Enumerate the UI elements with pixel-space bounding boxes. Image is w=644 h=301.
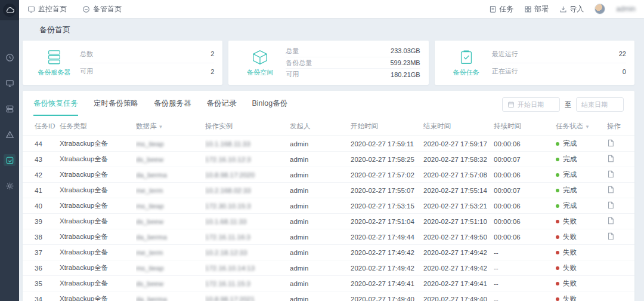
cell-instance: 172.30.10.15:3 [205, 198, 290, 214]
database-name-redacted: ms_tieap [136, 265, 164, 272]
panel-tab-0[interactable]: 备份恢复任务 [33, 99, 78, 116]
cell-end-time: 2020-02-27 17:49:50 [423, 229, 494, 245]
top-tab-backup-mgmt-home[interactable]: 备管首页 [82, 4, 122, 14]
panel-tab-2[interactable]: 备份服务器 [154, 99, 191, 116]
tasks-label: 任务 [499, 4, 513, 14]
table-row: 37Xtrabackup全备me_term10.2.18.12:33admin2… [23, 245, 634, 260]
user-avatar[interactable] [595, 4, 605, 14]
stat-row: 可用2 [80, 63, 214, 81]
column-header: 数据库▼ [136, 117, 205, 136]
backup-icon[interactable] [4, 154, 16, 166]
settings-icon[interactable] [4, 180, 16, 192]
monitor-icon[interactable] [4, 77, 16, 89]
card-label: 备份空间 [247, 68, 273, 77]
page-title: 备份首页 [23, 18, 634, 41]
monitor-home-icon [27, 5, 35, 13]
cell-initiator: admin [290, 183, 351, 198]
table-row: 35Xtrabackup全备ds_beew172.16.11.15:3admin… [23, 276, 634, 291]
cell-end-time: 2020-02-27 17:57:08 [423, 167, 494, 183]
filter-icon[interactable]: ▼ [159, 124, 163, 130]
cell-end-time: 2020-02-27 17:49:41 [423, 276, 494, 291]
cell-task-type: Xtrabackup全备 [60, 136, 136, 152]
stat-label: 正在运行 [492, 67, 518, 76]
cell-duration: 00:00:06 [494, 136, 556, 152]
cell-instance: 10.8.98.17:2021 [205, 291, 290, 301]
cell-start-time: 2020-02-27 17:53:15 [351, 198, 423, 214]
instance-redacted: 172.16.10.14:13 [205, 265, 255, 272]
log-document-icon[interactable] [607, 170, 614, 179]
cell-operation [607, 245, 634, 260]
database-name-redacted: ds_beew [136, 156, 163, 163]
panel-tab-1[interactable]: 定时备份策略 [94, 99, 138, 116]
deploy-button[interactable]: 部署 [524, 4, 549, 14]
status-text: 失败 [563, 295, 577, 301]
import-icon [559, 5, 567, 13]
log-document-icon[interactable] [607, 186, 614, 195]
table-row: 43Xtrabackup全备ds_beew172.16.10.12:3admin… [23, 152, 634, 167]
username[interactable]: admin [616, 5, 636, 13]
database-name-redacted: ds_beew [136, 280, 163, 287]
cell-start-time: 2020-02-27 17:58:25 [351, 152, 423, 167]
status-dot-icon [556, 220, 559, 223]
log-document-icon[interactable] [607, 217, 614, 226]
stat-row: 备份总量599.23MB [286, 57, 420, 69]
log-document-icon[interactable] [607, 201, 614, 210]
top-tab-monitor-home[interactable]: 监控首页 [27, 4, 67, 14]
cell-operation [607, 183, 634, 198]
import-button[interactable]: 导入 [559, 4, 584, 14]
sidebar [0, 0, 19, 301]
log-document-icon[interactable] [607, 155, 614, 164]
start-date-input-box[interactable] [502, 97, 560, 112]
cell-task-id: 34 [23, 291, 60, 301]
alarm-icon[interactable] [4, 128, 16, 140]
dashboard-icon[interactable] [4, 51, 16, 63]
end-date-input[interactable] [581, 101, 618, 108]
instance-redacted: 10.8.98.17:2020 [205, 171, 255, 179]
cell-database: ds_beew [136, 152, 205, 167]
cell-duration: -- [494, 291, 556, 301]
status-dot-icon [556, 173, 559, 177]
cell-start-time: 2020-02-27 17:49:42 [351, 245, 423, 260]
app-logo[interactable] [0, 0, 19, 20]
cell-operation [607, 291, 634, 301]
card-backup-space: 备份空间 总量233.03GB备份总量599.23MB可用180.21GB [228, 41, 428, 85]
status-dot-icon [556, 235, 559, 239]
cell-instance: 172.16.10.14:13 [205, 260, 290, 276]
card-icon-block: 备份空间 [234, 45, 286, 80]
cell-start-time: 2020-02-27 17:51:04 [351, 214, 423, 229]
filter-icon[interactable]: ▼ [585, 124, 590, 130]
task-icon [489, 5, 497, 13]
cell-operation [607, 260, 634, 276]
log-document-icon[interactable] [607, 232, 614, 241]
panel-tab-4[interactable]: Binlog备份 [252, 99, 288, 116]
cell-database: ds_beew [136, 214, 205, 229]
log-document-icon[interactable] [607, 139, 614, 148]
topbar: 监控首页 备管首页 任务 部署 导入 admin [19, 0, 644, 18]
stat-row: 可用180.21GB [286, 69, 420, 80]
table-head-row: 任务ID任务类型数据库▼操作实例发起人开始时间结束时间持续时间任务状态▼操作 [23, 117, 634, 136]
column-header: 发起人 [290, 117, 351, 136]
table-row: 42Xtrabackup全备da_berma10.8.98.17:2020adm… [23, 167, 634, 183]
stat-row: 最近运行22 [492, 45, 626, 63]
stat-cards: 备份服务器 总数2可用2 备份空间 总量233.03GB备份总量599.23MB… [23, 41, 634, 85]
cell-task-type: Xtrabackup全备 [60, 229, 136, 245]
tasks-button[interactable]: 任务 [489, 4, 513, 14]
end-date-input-box[interactable] [576, 97, 624, 112]
cell-operation [607, 229, 634, 245]
cell-initiator: admin [290, 136, 351, 152]
instance-redacted: 10.8.98.17:2021 [205, 296, 255, 301]
database-name-redacted: ms_tieap [136, 140, 164, 148]
cell-task-id: 40 [23, 198, 60, 214]
cell-duration: -- [494, 245, 556, 260]
panel-tab-3[interactable]: 备份记录 [207, 99, 237, 116]
start-date-input[interactable] [518, 101, 555, 108]
cell-duration: 00:00:06 [494, 214, 556, 229]
cell-initiator: admin [290, 291, 351, 301]
cell-end-time: 2020-02-27 17:49:40 [423, 291, 494, 301]
cell-task-type: Xtrabackup全备 [60, 214, 136, 229]
hosts-icon[interactable] [4, 103, 16, 115]
cell-instance: 10.1.168.11:33 [205, 136, 290, 152]
status-dot-icon [556, 297, 559, 301]
cell-status: 完成 [556, 136, 607, 152]
cell-duration: 00:00:06 [494, 229, 556, 245]
